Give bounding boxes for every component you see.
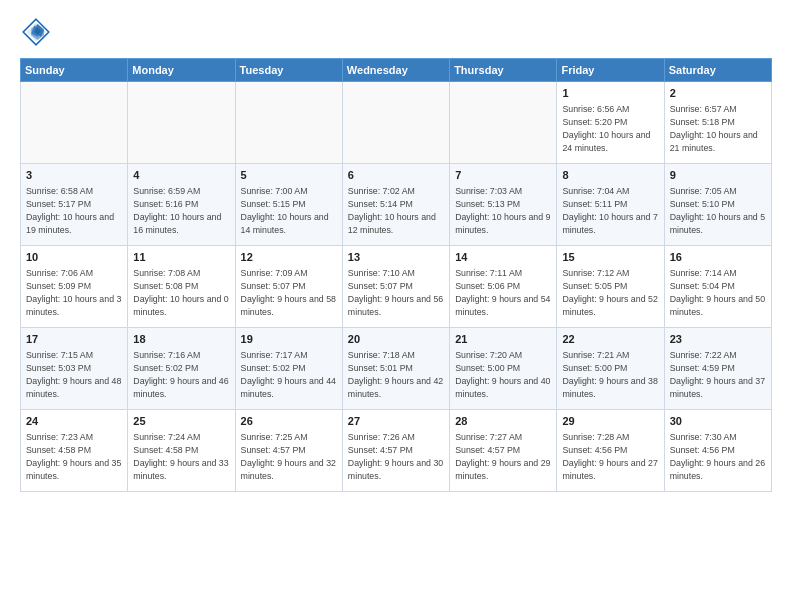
day-header-saturday: Saturday	[664, 59, 771, 82]
day-header-tuesday: Tuesday	[235, 59, 342, 82]
calendar-cell: 29Sunrise: 7:28 AMSunset: 4:56 PMDayligh…	[557, 410, 664, 492]
calendar-cell: 27Sunrise: 7:26 AMSunset: 4:57 PMDayligh…	[342, 410, 449, 492]
day-info: Sunrise: 7:27 AMSunset: 4:57 PMDaylight:…	[455, 431, 551, 482]
day-info: Sunrise: 7:05 AMSunset: 5:10 PMDaylight:…	[670, 185, 766, 236]
day-header-sunday: Sunday	[21, 59, 128, 82]
day-info: Sunrise: 7:21 AMSunset: 5:00 PMDaylight:…	[562, 349, 658, 400]
calendar-cell: 10Sunrise: 7:06 AMSunset: 5:09 PMDayligh…	[21, 246, 128, 328]
day-number: 8	[562, 168, 658, 183]
day-number: 25	[133, 414, 229, 429]
day-number: 24	[26, 414, 122, 429]
calendar-cell: 16Sunrise: 7:14 AMSunset: 5:04 PMDayligh…	[664, 246, 771, 328]
calendar-cell	[128, 82, 235, 164]
day-info: Sunrise: 6:56 AMSunset: 5:20 PMDaylight:…	[562, 103, 658, 154]
calendar-cell: 5Sunrise: 7:00 AMSunset: 5:15 PMDaylight…	[235, 164, 342, 246]
day-headers-row: SundayMondayTuesdayWednesdayThursdayFrid…	[21, 59, 772, 82]
week-row-4: 24Sunrise: 7:23 AMSunset: 4:58 PMDayligh…	[21, 410, 772, 492]
calendar-cell: 24Sunrise: 7:23 AMSunset: 4:58 PMDayligh…	[21, 410, 128, 492]
day-header-monday: Monday	[128, 59, 235, 82]
day-info: Sunrise: 7:03 AMSunset: 5:13 PMDaylight:…	[455, 185, 551, 236]
day-info: Sunrise: 7:11 AMSunset: 5:06 PMDaylight:…	[455, 267, 551, 318]
day-number: 20	[348, 332, 444, 347]
calendar-cell	[450, 82, 557, 164]
day-number: 30	[670, 414, 766, 429]
day-info: Sunrise: 7:04 AMSunset: 5:11 PMDaylight:…	[562, 185, 658, 236]
day-info: Sunrise: 7:18 AMSunset: 5:01 PMDaylight:…	[348, 349, 444, 400]
calendar-cell: 13Sunrise: 7:10 AMSunset: 5:07 PMDayligh…	[342, 246, 449, 328]
day-header-wednesday: Wednesday	[342, 59, 449, 82]
day-info: Sunrise: 7:16 AMSunset: 5:02 PMDaylight:…	[133, 349, 229, 400]
calendar-cell: 6Sunrise: 7:02 AMSunset: 5:14 PMDaylight…	[342, 164, 449, 246]
day-number: 26	[241, 414, 337, 429]
day-number: 17	[26, 332, 122, 347]
calendar-cell: 8Sunrise: 7:04 AMSunset: 5:11 PMDaylight…	[557, 164, 664, 246]
logo	[20, 16, 58, 48]
calendar-cell: 1Sunrise: 6:56 AMSunset: 5:20 PMDaylight…	[557, 82, 664, 164]
day-number: 19	[241, 332, 337, 347]
calendar-body: 1Sunrise: 6:56 AMSunset: 5:20 PMDaylight…	[21, 82, 772, 492]
day-info: Sunrise: 7:06 AMSunset: 5:09 PMDaylight:…	[26, 267, 122, 318]
day-number: 5	[241, 168, 337, 183]
calendar-cell: 12Sunrise: 7:09 AMSunset: 5:07 PMDayligh…	[235, 246, 342, 328]
day-number: 28	[455, 414, 551, 429]
calendar-cell: 30Sunrise: 7:30 AMSunset: 4:56 PMDayligh…	[664, 410, 771, 492]
calendar-cell: 23Sunrise: 7:22 AMSunset: 4:59 PMDayligh…	[664, 328, 771, 410]
calendar-cell: 26Sunrise: 7:25 AMSunset: 4:57 PMDayligh…	[235, 410, 342, 492]
week-row-0: 1Sunrise: 6:56 AMSunset: 5:20 PMDaylight…	[21, 82, 772, 164]
day-number: 15	[562, 250, 658, 265]
calendar-cell: 7Sunrise: 7:03 AMSunset: 5:13 PMDaylight…	[450, 164, 557, 246]
day-number: 1	[562, 86, 658, 101]
day-number: 29	[562, 414, 658, 429]
day-info: Sunrise: 7:00 AMSunset: 5:15 PMDaylight:…	[241, 185, 337, 236]
day-number: 9	[670, 168, 766, 183]
day-header-friday: Friday	[557, 59, 664, 82]
day-info: Sunrise: 7:26 AMSunset: 4:57 PMDaylight:…	[348, 431, 444, 482]
calendar-cell: 14Sunrise: 7:11 AMSunset: 5:06 PMDayligh…	[450, 246, 557, 328]
day-number: 22	[562, 332, 658, 347]
day-info: Sunrise: 7:28 AMSunset: 4:56 PMDaylight:…	[562, 431, 658, 482]
calendar-cell	[21, 82, 128, 164]
week-row-2: 10Sunrise: 7:06 AMSunset: 5:09 PMDayligh…	[21, 246, 772, 328]
day-number: 4	[133, 168, 229, 183]
calendar-cell: 21Sunrise: 7:20 AMSunset: 5:00 PMDayligh…	[450, 328, 557, 410]
day-info: Sunrise: 7:24 AMSunset: 4:58 PMDaylight:…	[133, 431, 229, 482]
day-info: Sunrise: 7:02 AMSunset: 5:14 PMDaylight:…	[348, 185, 444, 236]
day-info: Sunrise: 7:09 AMSunset: 5:07 PMDaylight:…	[241, 267, 337, 318]
calendar-cell: 11Sunrise: 7:08 AMSunset: 5:08 PMDayligh…	[128, 246, 235, 328]
day-info: Sunrise: 6:58 AMSunset: 5:17 PMDaylight:…	[26, 185, 122, 236]
day-info: Sunrise: 7:12 AMSunset: 5:05 PMDaylight:…	[562, 267, 658, 318]
calendar-table: SundayMondayTuesdayWednesdayThursdayFrid…	[20, 58, 772, 492]
day-number: 16	[670, 250, 766, 265]
day-info: Sunrise: 6:59 AMSunset: 5:16 PMDaylight:…	[133, 185, 229, 236]
day-number: 14	[455, 250, 551, 265]
day-number: 7	[455, 168, 551, 183]
calendar-cell: 4Sunrise: 6:59 AMSunset: 5:16 PMDaylight…	[128, 164, 235, 246]
day-number: 27	[348, 414, 444, 429]
calendar-cell: 18Sunrise: 7:16 AMSunset: 5:02 PMDayligh…	[128, 328, 235, 410]
day-number: 21	[455, 332, 551, 347]
day-number: 11	[133, 250, 229, 265]
day-info: Sunrise: 7:08 AMSunset: 5:08 PMDaylight:…	[133, 267, 229, 318]
day-info: Sunrise: 7:10 AMSunset: 5:07 PMDaylight:…	[348, 267, 444, 318]
day-info: Sunrise: 7:15 AMSunset: 5:03 PMDaylight:…	[26, 349, 122, 400]
day-number: 10	[26, 250, 122, 265]
calendar-cell: 2Sunrise: 6:57 AMSunset: 5:18 PMDaylight…	[664, 82, 771, 164]
day-number: 6	[348, 168, 444, 183]
day-number: 13	[348, 250, 444, 265]
day-info: Sunrise: 6:57 AMSunset: 5:18 PMDaylight:…	[670, 103, 766, 154]
day-info: Sunrise: 7:25 AMSunset: 4:57 PMDaylight:…	[241, 431, 337, 482]
calendar-cell: 3Sunrise: 6:58 AMSunset: 5:17 PMDaylight…	[21, 164, 128, 246]
calendar-header: SundayMondayTuesdayWednesdayThursdayFrid…	[21, 59, 772, 82]
calendar-cell	[235, 82, 342, 164]
day-number: 23	[670, 332, 766, 347]
calendar-cell: 9Sunrise: 7:05 AMSunset: 5:10 PMDaylight…	[664, 164, 771, 246]
calendar-cell: 15Sunrise: 7:12 AMSunset: 5:05 PMDayligh…	[557, 246, 664, 328]
calendar-cell: 20Sunrise: 7:18 AMSunset: 5:01 PMDayligh…	[342, 328, 449, 410]
calendar-cell: 28Sunrise: 7:27 AMSunset: 4:57 PMDayligh…	[450, 410, 557, 492]
calendar-cell: 22Sunrise: 7:21 AMSunset: 5:00 PMDayligh…	[557, 328, 664, 410]
calendar-cell: 25Sunrise: 7:24 AMSunset: 4:58 PMDayligh…	[128, 410, 235, 492]
day-info: Sunrise: 7:22 AMSunset: 4:59 PMDaylight:…	[670, 349, 766, 400]
calendar-cell: 19Sunrise: 7:17 AMSunset: 5:02 PMDayligh…	[235, 328, 342, 410]
day-info: Sunrise: 7:14 AMSunset: 5:04 PMDaylight:…	[670, 267, 766, 318]
day-info: Sunrise: 7:23 AMSunset: 4:58 PMDaylight:…	[26, 431, 122, 482]
